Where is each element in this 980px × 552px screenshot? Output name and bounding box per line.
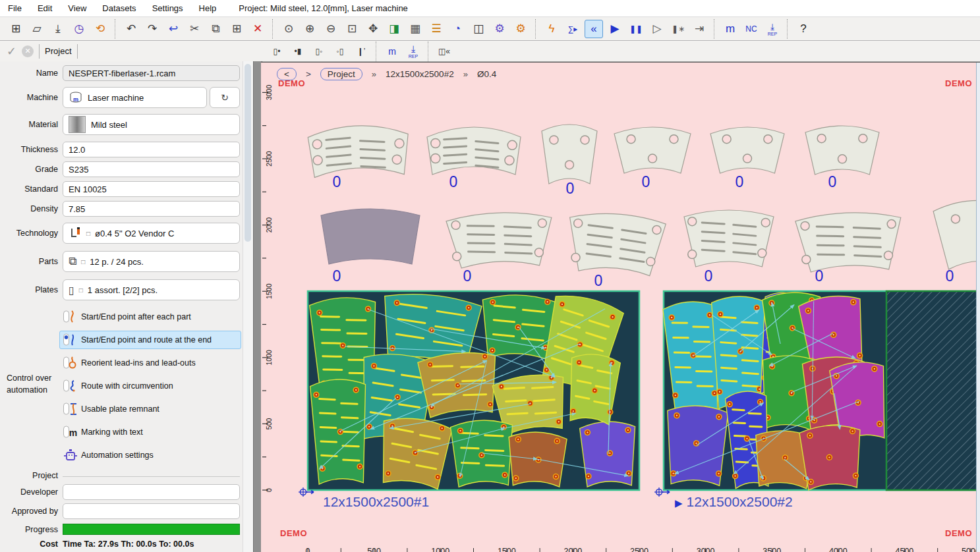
part-count-badge: 0 [333, 267, 341, 285]
parts-field[interactable]: ⧉ □ 12 p. / 24 pcs. [63, 251, 240, 272]
history-button[interactable]: ◷ [70, 20, 88, 38]
automation-robot-button[interactable]: ⚙ [490, 20, 509, 38]
option-reorient-leads[interactable]: Reorient lead-ins and lead-outs [59, 354, 241, 372]
option-automation-settings[interactable]: Automation settings [59, 446, 241, 464]
marking-m-button[interactable]: m [721, 20, 739, 38]
option-startend-each-part[interactable]: Start/End point after each part [59, 308, 241, 326]
option-label: Marking with text [81, 428, 143, 437]
automation-robot-alt-button[interactable]: ⚙ [511, 20, 530, 38]
developer-field[interactable] [63, 484, 240, 500]
save-project-button[interactable]: ⤓ [49, 20, 67, 38]
plate-label[interactable]: ▶12x1500x2500#2 [675, 494, 793, 510]
option-marking-text[interactable]: mMarking with text [59, 423, 241, 441]
standard-field[interactable]: EN 10025 [63, 181, 240, 197]
technology-value: ø0.4 5" O2 Vendor C [95, 229, 174, 238]
name-field[interactable]: NESPERT-fiberlaser-1.rcam [63, 65, 240, 81]
pause-button[interactable]: ❚❚ [627, 20, 645, 38]
compute-program-button[interactable]: ϟ [542, 20, 561, 38]
part-count-badge: 0 [449, 173, 458, 191]
machine-icon: m [69, 91, 83, 104]
nesting-canvas[interactable]: 3000250020001500100050000500100015002000… [261, 62, 980, 552]
parts-list-button[interactable]: ☰ [427, 20, 446, 38]
dismiss-icon[interactable]: ✕ [22, 45, 34, 57]
menu-edit[interactable]: Edit [30, 1, 60, 15]
add-plate-button[interactable]: ⊞ [227, 20, 246, 38]
redo-button[interactable]: ↷ [143, 20, 161, 38]
revert-step-button[interactable]: ↩ [164, 20, 183, 38]
to-end-button[interactable]: ⇥ [690, 20, 708, 38]
lead-end-b-button[interactable]: ◦▯ [331, 42, 349, 61]
svg-text:m: m [69, 428, 77, 438]
zoom-button[interactable]: ⊙ [279, 20, 298, 38]
pan-button[interactable]: ✥ [364, 20, 382, 38]
nav-forward-button[interactable]: > [306, 69, 311, 79]
approved-by-label: Approved by [0, 507, 58, 516]
option-usable-remnant[interactable]: Usable plate remnant [59, 400, 241, 418]
machine-button[interactable]: ◫ [469, 20, 488, 38]
menu-view[interactable]: View [60, 1, 94, 15]
machine-refresh-button[interactable]: ↻ [210, 87, 240, 108]
lead-start-a-button[interactable]: ▯• [268, 42, 286, 61]
nc-code-button[interactable]: NC [742, 20, 761, 38]
menu-settings[interactable]: Settings [144, 1, 191, 15]
compute-all-button[interactable]: ∑▸ [563, 20, 582, 38]
breadcrumb-tool[interactable]: Ø0.4 [477, 69, 496, 79]
cut-parts-button[interactable]: ✂ [185, 20, 204, 38]
menu-bar: File Edit View Datasets Settings Help Pr… [0, 0, 980, 17]
zoom-in-button[interactable]: ⊕ [301, 20, 319, 38]
thickness-value: 12.0 [69, 145, 85, 155]
undo-button[interactable]: ↶ [122, 20, 140, 38]
scrollbar-thumb[interactable] [245, 64, 251, 242]
zoom-window-button[interactable]: ⊡ [343, 20, 361, 38]
menu-datasets[interactable]: Datasets [94, 1, 144, 15]
delete-button[interactable]: ✕ [248, 20, 267, 38]
context-help-button[interactable]: ? [794, 20, 813, 38]
lead-mid-button[interactable]: ❙ʼ [352, 42, 370, 61]
new-project-button[interactable]: ⊞ [7, 20, 25, 38]
menu-help[interactable]: Help [191, 1, 225, 15]
option-route-circumvention[interactable]: Route with circumvention [59, 377, 241, 395]
sidebar-scrollbar[interactable] [243, 61, 253, 552]
density-field[interactable]: 7.85 [63, 201, 240, 217]
plates-field[interactable]: ▯ □ 1 assort. [2/2] pcs. [63, 279, 240, 300]
report-button[interactable]: ⤓REP [404, 42, 422, 61]
thickness-field[interactable]: 12.0 [63, 142, 240, 157]
plate-label[interactable]: 12x1500x2500#1 [323, 494, 429, 510]
menu-file[interactable]: File [0, 1, 30, 15]
open-project-button[interactable]: ▱ [28, 20, 46, 38]
name-value: NESPERT-fiberlaser-1.rcam [69, 69, 175, 78]
breadcrumb-project[interactable]: Project [320, 68, 362, 80]
tab-project[interactable]: Project [45, 46, 71, 56]
canvas-scrollbar[interactable] [976, 63, 980, 552]
marking-m-button[interactable]: m [383, 42, 401, 61]
technology-field[interactable]: □ ø0.4 5" O2 Vendor C [63, 223, 240, 244]
machine-source-button[interactable]: ◫« [435, 42, 453, 61]
measure-button[interactable]: ◨ [385, 20, 403, 38]
zoom-out-button[interactable]: ⊖ [322, 20, 340, 38]
toolbar-group: ⊙⊕⊖⊡✥◨▦☰◔◫⚙⚙ [272, 19, 535, 39]
nest-stats-button[interactable]: ◔ [448, 20, 467, 38]
grade-field[interactable]: S235 [63, 161, 240, 177]
nesting-drawing: 3000250020001500100050000500100015002000… [261, 63, 980, 552]
breadcrumb: < > Project » 12x1500x2500#2 » Ø0.4 [277, 68, 496, 80]
copy-parts-button[interactable]: ⧉ [206, 20, 225, 38]
lead-end-a-button[interactable]: ▯◦ [310, 42, 328, 61]
breadcrumb-plate[interactable]: 12x1500x2500#2 [386, 69, 454, 79]
thickness-row: Thickness 12.0 [0, 142, 243, 157]
option-startend-route-end[interactable]: Start/End point and route at the end [59, 331, 241, 349]
pause-at-button[interactable]: ❚∗ [669, 20, 687, 38]
run-selected-button[interactable]: ▷ [648, 20, 666, 38]
to-start-button[interactable]: « [585, 20, 603, 38]
option-label: Reorient lead-ins and lead-outs [81, 358, 196, 368]
approved-by-field[interactable] [63, 503, 240, 519]
refresh-datasets-button[interactable]: ⟲ [91, 20, 109, 38]
machine-field[interactable]: m Laser machine [63, 87, 207, 108]
density-value: 7.85 [69, 204, 85, 214]
lead-start-b-button[interactable]: •▮ [289, 42, 307, 61]
report-button[interactable]: ⤓REP [763, 20, 782, 38]
run-button[interactable]: ▶ [606, 20, 624, 38]
grid-button[interactable]: ▦ [406, 20, 424, 38]
material-field[interactable]: Mild steel [63, 114, 240, 135]
report-button-sub-label: REP [768, 32, 777, 36]
apply-check-icon[interactable]: ✓ [7, 44, 16, 59]
